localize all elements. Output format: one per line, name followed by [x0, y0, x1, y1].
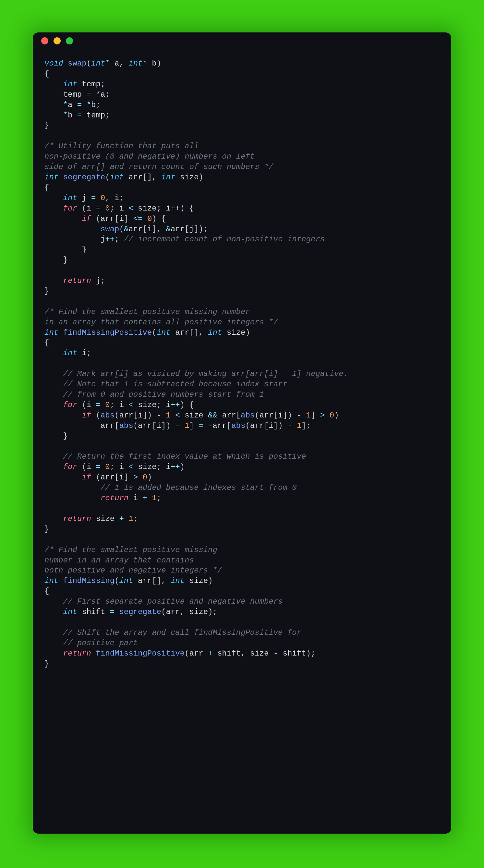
code-editor[interactable]: void swap(int* a, int* b) { int temp; te…	[33, 49, 451, 681]
code-window: void swap(int* a, int* b) { int temp; te…	[33, 32, 451, 834]
zoom-icon[interactable]	[66, 37, 73, 44]
page-background: void swap(int* a, int* b) { int temp; te…	[0, 0, 484, 868]
close-icon[interactable]	[41, 37, 48, 44]
window-titlebar	[33, 32, 451, 49]
minimize-icon[interactable]	[54, 37, 61, 44]
